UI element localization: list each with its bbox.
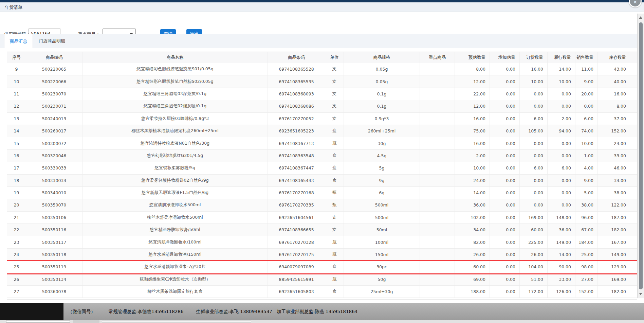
table-cell (420, 137, 455, 149)
table-cell: 500220066 (26, 75, 82, 87)
table-cell: 2.00 (548, 113, 575, 125)
column-header: 商品名称 (82, 52, 268, 63)
tab-product-summary[interactable]: 商品汇总 (4, 34, 33, 48)
table-cell: 悠宜精细彩色眼线胶笔自然棕S02/0.05g (82, 75, 268, 87)
table-cell: 152.00 (598, 125, 637, 137)
table-row[interactable]: 13500240013悠宜柔妆持久眉粉01咖啡棕/0.9g*3697617027… (7, 113, 637, 125)
table-row[interactable]: 19500340010悠宜新颜无瑕遮瑕液F1.5自然色/6g6976170270… (7, 187, 637, 199)
table-row[interactable]: 22500350116悠宜精油净肤卸妆膏/50ml6974108366655支5… (7, 224, 637, 236)
scrollbar-thumb[interactable] (639, 22, 643, 289)
table-cell: 16.00 (520, 63, 548, 75)
table-cell: 24.00 (598, 137, 637, 149)
table-cell: 30g (344, 137, 420, 149)
table-cell: 46.00 (598, 162, 637, 174)
table-cell: 67.00 (575, 224, 598, 236)
table-cell: 17 (7, 162, 26, 174)
table-row[interactable]: 9500220065悠宜精细彩色眼线胶笔魅惑黑S01/0.05g69741083… (7, 63, 637, 75)
table-cell: 支 (325, 113, 344, 125)
table-row[interactable]: 18500330034悠宜柔雾轻颜持妆粉饼02自然色/9g69741083654… (7, 175, 637, 187)
table-row[interactable]: 27500360078柳丝木黑茶洗卸限定旅行套盒6923651605803盒25… (7, 286, 637, 298)
table-cell (420, 75, 455, 87)
table-cell: 0.00 (520, 199, 548, 211)
table-row[interactable]: 14500260017柳丝木黑茶植萃洁颜油限定礼盒260ml+25ml69236… (7, 125, 637, 137)
table-cell: 30pc (344, 261, 420, 273)
table-cell: 500350134 (26, 273, 82, 285)
table-cell: 0.00 (490, 100, 520, 112)
table-cell: 500350116 (26, 224, 82, 236)
table-row[interactable]: 21500350106柳丝木舒柔净润卸妆水500ml6923651604561支… (7, 212, 637, 224)
table-cell: 182.00 (598, 224, 637, 236)
table-cell (420, 162, 455, 174)
close-icon: ✕ (633, 0, 637, 5)
table-cell: 187.00 (598, 212, 637, 223)
table-cell: 1.00 (575, 150, 598, 162)
table-cell: 169.00 (520, 212, 548, 223)
table-row[interactable]: 17500330033悠宜锁妆柔雾散粉/5g6974108367447盒5g10… (7, 162, 637, 174)
table-cell: 0.05g (344, 63, 420, 75)
table-cell: 11 (7, 88, 26, 100)
table-cell: 柳丝木黑茶洗卸限定旅行套盒 (82, 286, 268, 298)
table-cell: 10.00 (548, 75, 575, 87)
table-row[interactable]: 23500350117悠宜清肌净澈卸妆水/100ml6976170270328瓶… (7, 236, 637, 248)
table-cell: 500300072 (26, 137, 82, 149)
scroll-up-icon[interactable] (639, 16, 642, 19)
table-cell: 38.00 (598, 187, 637, 199)
table-cell: 126.00 (548, 286, 575, 298)
table-cell: 6974108367713 (268, 137, 325, 149)
table-row[interactable]: 16500320046悠宜幻彩绵绵腮红G201/4.5g697410836354… (7, 150, 637, 162)
table-cell: 0.1g (344, 100, 420, 112)
table-cell: 0.00 (490, 286, 520, 298)
tab-store-product-detail[interactable]: 门店商品明细 (33, 34, 71, 48)
table-cell: 悠宜精细三角眉笔02烟灰咖/0.1g (82, 100, 268, 112)
table-cell: 6974108366655 (268, 224, 325, 236)
table-cell: 6940079097089 (268, 261, 325, 273)
table-cell: 500230071 (26, 100, 82, 112)
table-cell: 4.5g (344, 150, 420, 162)
table-row-highlighted[interactable]: 25500350119悠宜水感清颜卸妆湿巾-7g*30片694007909708… (7, 261, 637, 273)
table-cell: 500230070 (26, 88, 82, 100)
table-cell (420, 63, 455, 75)
table-cell: 悠宜精细三角眉笔03深茶灰/0.1g (82, 88, 268, 100)
table-cell: 182.00 (598, 286, 637, 298)
table-header-row: 序号商品编码商品名称商品条码单位商品规格重点商品预估数量增加估量订货数量履行数量… (7, 52, 637, 63)
table-cell: 6923651605803 (268, 286, 325, 298)
table-cell: 500330034 (26, 175, 82, 186)
table-cell: 盒 (325, 261, 344, 273)
table-cell: 0.9g*3 (344, 113, 420, 125)
table-cell: 盒 (325, 286, 344, 298)
table-cell: 50ml (344, 224, 420, 236)
table-cell: 6923651604561 (268, 212, 325, 223)
footer-contact-bar: （微信同号） 常规管理总监:李德慧13595118286 生鲜事业部总监:李飞 … (63, 303, 644, 320)
bottom-strip-box (73, 320, 99, 323)
table-cell: 0.05g (344, 75, 420, 87)
table-cell: 14.00 (548, 63, 575, 75)
table-cell: 20.00 (575, 88, 598, 100)
table-cell: 0.00 (520, 137, 548, 149)
table-cell: 10 (7, 75, 26, 87)
column-header: 商品条码 (268, 52, 325, 63)
table-cell: 0.00 (490, 261, 520, 273)
table-cell: 盒 (325, 175, 344, 186)
table-row[interactable]: 26500350134瓯咖妮维生素C净透卸妆水（次抛型）885942561599… (7, 273, 637, 286)
table-row[interactable]: 11500230070悠宜精细三角眉笔03深茶灰/0.1g69741083680… (7, 88, 637, 100)
table-row[interactable]: 10500220066悠宜精细彩色眼线胶笔自然棕S02/0.05g6974108… (7, 75, 637, 88)
table-row[interactable]: 12500230071悠宜精细三角眉笔02烟灰咖/0.1g69741083680… (7, 100, 637, 112)
table-cell: 33.00 (598, 150, 637, 162)
table-row[interactable]: 20500350070悠宜清肌净澈卸妆水500ml6976170270335瓶5… (7, 199, 637, 211)
table-cell: 盒 (325, 125, 344, 137)
table-cell: 支 (325, 63, 344, 75)
table-cell: 148.00 (548, 212, 575, 223)
table-cell: 172.00 (520, 286, 548, 298)
table-cell: 82.00 (455, 236, 490, 248)
table-cell: 500340010 (26, 187, 82, 199)
scroll-down-icon[interactable] (639, 293, 642, 295)
table-cell: 瓶 (325, 236, 344, 248)
table-cell: 悠宜清肌净澈卸妆水/100ml (82, 236, 268, 248)
table-cell: 0.00 (520, 150, 548, 162)
vertical-scrollbar[interactable] (637, 14, 644, 298)
table-cell (420, 273, 455, 285)
table-row[interactable]: 15500300072悠宜沁润持妆粉底液N01自然色/30g6974108367… (7, 137, 637, 149)
table-row[interactable]: 24500350118悠宜水感清透卸妆油/150ml6976170270175瓶… (7, 249, 637, 261)
table-cell: 90.00 (548, 261, 575, 273)
table-cell: 19 (7, 187, 26, 199)
